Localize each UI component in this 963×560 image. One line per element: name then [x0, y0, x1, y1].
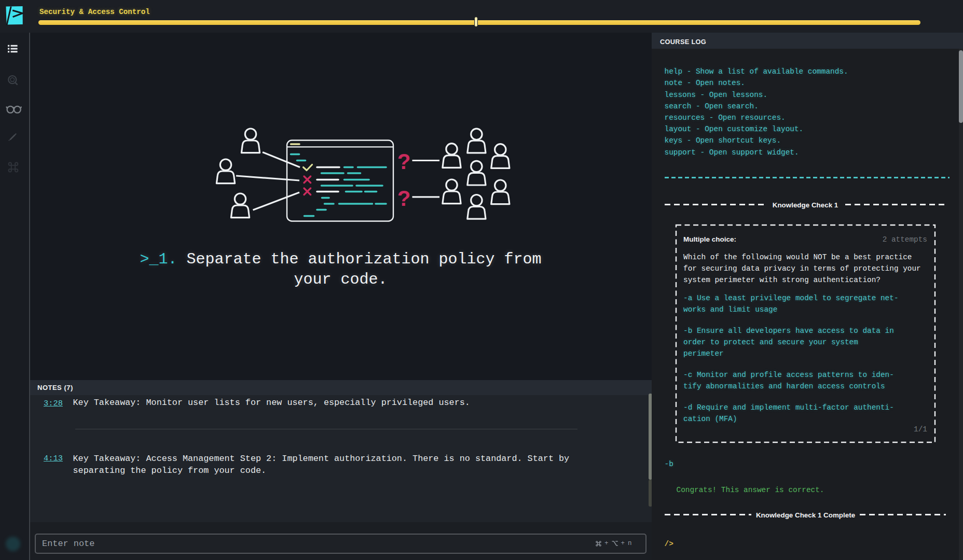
svg-text:?: ? [397, 149, 411, 174]
svg-text:?: ? [397, 186, 411, 211]
